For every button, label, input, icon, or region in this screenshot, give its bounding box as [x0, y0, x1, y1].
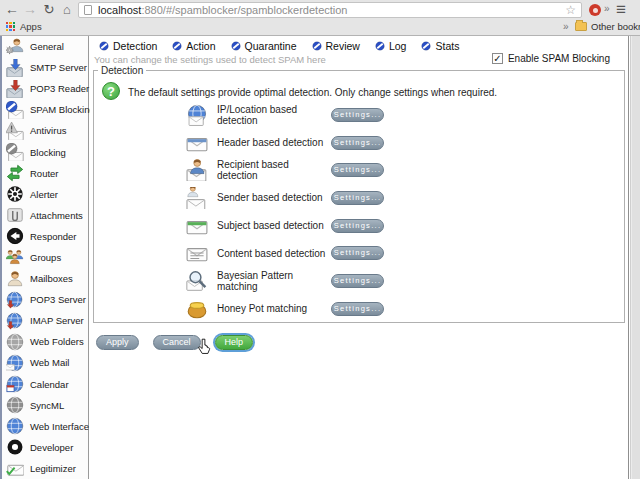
tab-detection[interactable]: Detection	[99, 40, 157, 52]
back-button[interactable]: ←	[3, 0, 21, 20]
sidebar-item-web-folders[interactable]: Web Folders	[2, 331, 88, 352]
folder-icon	[575, 22, 587, 31]
help-button[interactable]: Help	[215, 335, 254, 350]
other-bookmarks[interactable]: Other bookmarks	[575, 21, 640, 32]
sidebar-item-legitimizer[interactable]: Legitimizer	[2, 458, 88, 479]
sidebar-item-label: Developer	[30, 442, 73, 453]
sidebar-item-label: General	[30, 41, 64, 52]
mail-arrow-down-blue-icon	[6, 59, 24, 77]
extension-icon[interactable]	[589, 4, 601, 16]
sidebar-item-smtp-server[interactable]: SMTP Server	[2, 57, 88, 78]
tab-log[interactable]: Log	[375, 40, 407, 52]
sidebar-item-pop3-reader[interactable]: POP3 Reader	[2, 78, 88, 99]
tab-review[interactable]: Review	[312, 40, 360, 52]
mail-subject-icon	[186, 215, 208, 237]
browser-menu-icon[interactable]: ≡	[616, 0, 626, 20]
reload-button[interactable]: ↻	[40, 0, 58, 20]
sidebar-item-label: SPAM Blocking	[30, 104, 95, 115]
detection-row-content: Content based detection Settings...	[186, 239, 384, 267]
forward-button[interactable]: →	[21, 0, 39, 20]
settings-button[interactable]: Settings...	[331, 136, 384, 150]
sidebar-item-calendar[interactable]: Calendar	[2, 374, 88, 395]
main-content: Detection Action Quarantine Review Log S…	[90, 36, 629, 479]
block-icon	[172, 41, 182, 51]
sidebar-item-mailboxes[interactable]: Mailboxes	[2, 268, 88, 289]
sidebar-item-label: POP3 Server	[30, 294, 86, 305]
detection-row-subject: Subject based detection Settings...	[186, 212, 384, 240]
reply-arrow-icon	[6, 227, 24, 245]
mail-content-icon	[186, 242, 208, 264]
black-ring-icon	[6, 438, 24, 456]
bookmarks-overflow-chevron[interactable]: »	[563, 21, 569, 32]
tab-quarantine[interactable]: Quarantine	[231, 40, 297, 52]
sidebar-item-general[interactable]: General	[2, 36, 88, 57]
address-bar[interactable]: localhost :880/#/spamblocker/spamblocker…	[78, 2, 582, 18]
sidebar-item-attachments[interactable]: Attachments	[2, 205, 88, 226]
sidebar-item-responder[interactable]: Responder	[2, 226, 88, 247]
sidebar-item-label: Web Interface	[30, 421, 89, 432]
sidebar-item-label: Calendar	[30, 379, 69, 390]
scrollbar-thumb[interactable]	[632, 36, 640, 479]
sidebar-item-label: Web Folders	[30, 336, 84, 347]
sidebar-item-web-interface[interactable]: Web Interface	[2, 416, 88, 437]
sidebar-item-label: Legitimizer	[30, 463, 76, 474]
person-mail-icon	[186, 159, 208, 181]
settings-button[interactable]: Settings...	[331, 163, 384, 177]
settings-button[interactable]: Settings...	[331, 246, 384, 260]
tab-label: Quarantine	[245, 40, 297, 52]
sidebar-item-developer[interactable]: Developer	[2, 437, 88, 458]
bookmark-star-icon[interactable]: ☆	[565, 3, 581, 17]
bookmarks-apps[interactable]: Apps	[6, 21, 42, 32]
sidebar-item-label: Alerter	[30, 189, 58, 200]
apps-label: Apps	[20, 21, 42, 32]
toolbar-overflow-chevron[interactable]: »	[604, 3, 610, 14]
other-bookmarks-label: Other bookmarks	[591, 21, 640, 32]
bookmarks-bar: Apps » Other bookmarks	[0, 20, 640, 35]
block-icon	[375, 41, 385, 51]
sidebar-item-alerter[interactable]: Alerter	[2, 184, 88, 205]
action-buttons: Apply Cancel Help	[96, 335, 253, 350]
sidebar-item-router[interactable]: Router	[2, 163, 88, 184]
settings-button[interactable]: Settings...	[331, 191, 384, 205]
globe-gray-icon	[6, 333, 24, 351]
url-host: localhost	[98, 4, 141, 16]
apply-button[interactable]: Apply	[96, 335, 139, 350]
tab-action[interactable]: Action	[172, 40, 215, 52]
sidebar-item-spam-blocking[interactable]: SPAM Blocking	[2, 99, 88, 120]
sidebar-item-imap-server[interactable]: IMAP Server	[2, 310, 88, 331]
apps-grid-icon	[6, 22, 15, 31]
detection-rows: IP/Location based detection Settings... …	[186, 101, 384, 323]
page-scrollbar[interactable]	[630, 36, 640, 479]
checkbox-checked-icon[interactable]: ✓	[492, 53, 503, 64]
sidebar-item-web-mail[interactable]: Web Mail	[2, 352, 88, 373]
settings-button[interactable]: Settings...	[331, 108, 384, 122]
enable-spam-blocking-checkbox[interactable]: ✓ Enable SPAM Blocking	[492, 53, 610, 64]
sidebar-item-label: Router	[30, 168, 59, 179]
settings-button[interactable]: Settings...	[331, 302, 384, 316]
settings-button[interactable]: Settings...	[331, 274, 384, 288]
sidebar-item-syncml[interactable]: SyncML	[2, 395, 88, 416]
detection-row-label: Recipient based detection	[217, 159, 331, 181]
home-button[interactable]: ⌂	[58, 0, 76, 20]
mail-warning-icon	[6, 122, 24, 140]
fieldset-legend: Detection	[98, 65, 146, 76]
mail-header-icon	[186, 132, 208, 154]
detection-row-label: Content based detection	[217, 248, 331, 259]
detection-row-label: IP/Location based detection	[217, 104, 331, 126]
settings-button[interactable]: Settings...	[331, 219, 384, 233]
globe-mail-icon	[6, 354, 24, 372]
sidebar-item-label: Groups	[30, 252, 61, 263]
sidebar-item-antivirus[interactable]: Antivirus	[2, 120, 88, 141]
sidebar-nav: General SMTP Server POP3 Reader SPAM Blo…	[2, 36, 89, 479]
sidebar-item-groups[interactable]: Groups	[2, 247, 88, 268]
mail-arrow-down-red-icon	[6, 80, 24, 98]
honey-pot-icon	[186, 298, 208, 320]
mail-check-icon	[6, 459, 24, 477]
sidebar-item-blocking[interactable]: Blocking	[2, 141, 88, 162]
detection-note: The default settings provide optimal det…	[128, 87, 497, 98]
block-icon	[231, 41, 241, 51]
tab-stats[interactable]: Stats	[421, 40, 459, 52]
cancel-button[interactable]: Cancel	[153, 335, 201, 350]
detection-fieldset: Detection ? The default settings provide…	[93, 70, 625, 323]
sidebar-item-pop3-server[interactable]: POP3 Server	[2, 289, 88, 310]
